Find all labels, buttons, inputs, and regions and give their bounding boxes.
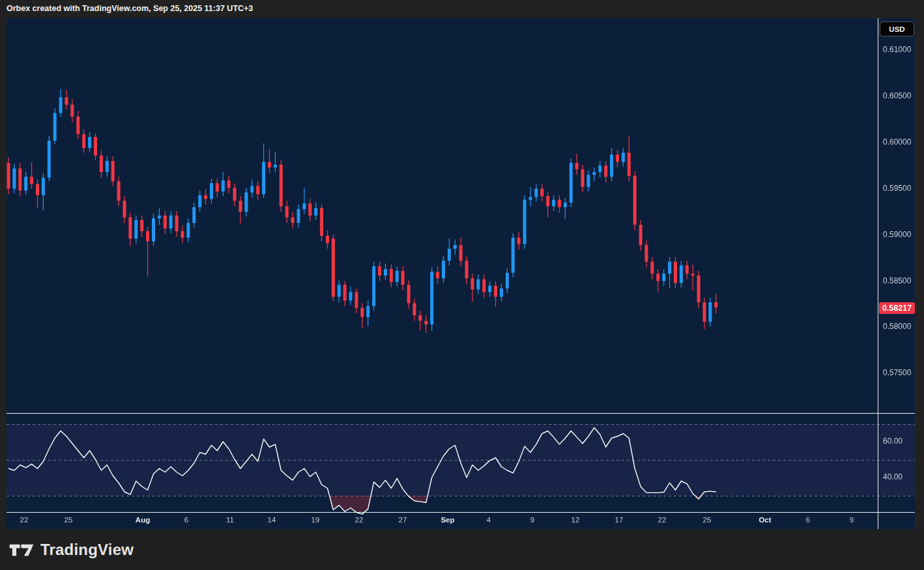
time-tick-label: 25	[703, 516, 712, 524]
time-tick-label: 6	[806, 516, 810, 524]
currency-toggle-button[interactable]: USD	[880, 21, 914, 36]
rsi-tick-label: 40.00	[883, 472, 922, 481]
time-tick-label: 22	[20, 516, 29, 524]
tradingview-brand-text: TradingView	[40, 541, 134, 559]
time-tick-label: 12	[571, 516, 580, 524]
time-tick-label: 9	[850, 516, 854, 524]
time-tick-label-month: Aug	[136, 516, 150, 524]
price-tick-label: 0.59500	[883, 184, 922, 193]
chart-canvas[interactable]	[0, 0, 924, 570]
tradingview-logo-icon	[8, 540, 35, 560]
last-price-tag: 0.58217	[879, 302, 915, 314]
currency-label: USD	[889, 25, 904, 33]
tradingview-logo[interactable]: TradingView	[8, 540, 134, 560]
chart-attribution-title: Orbex created with TradingView.com, Sep …	[7, 4, 253, 13]
price-tick-label: 0.60500	[883, 91, 922, 100]
time-tick-label-month: Oct	[758, 516, 771, 524]
time-tick-label: 9	[530, 516, 534, 524]
time-tick-label: 6	[184, 516, 188, 524]
time-tick-label: 25	[65, 516, 73, 524]
time-tick-label-month: Sep	[440, 516, 454, 524]
price-tick-label: 0.57500	[883, 368, 922, 377]
price-tick-label: 0.58000	[883, 322, 922, 331]
time-tick-label: 14	[268, 516, 276, 524]
time-tick-label: 17	[615, 516, 624, 524]
price-tick-label: 0.61000	[883, 45, 922, 54]
tradingview-chart-window: Orbex created with TradingView.com, Sep …	[0, 0, 924, 570]
time-tick-label: 22	[355, 516, 364, 524]
price-tick-label: 0.59000	[883, 230, 922, 239]
time-tick-label: 19	[311, 516, 320, 524]
time-tick-label: 22	[658, 516, 667, 524]
top-bar: Orbex created with TradingView.com, Sep …	[0, 0, 924, 18]
footer-bar: TradingView	[0, 529, 924, 570]
time-tick-label: 27	[399, 516, 407, 524]
time-tick-label: 4	[487, 516, 491, 524]
price-tick-label: 0.60000	[883, 137, 922, 147]
rsi-tick-label: 60.00	[883, 436, 922, 446]
time-tick-label: 11	[226, 516, 234, 524]
price-tick-label: 0.58500	[883, 276, 922, 285]
last-price-value: 0.58217	[882, 304, 912, 313]
